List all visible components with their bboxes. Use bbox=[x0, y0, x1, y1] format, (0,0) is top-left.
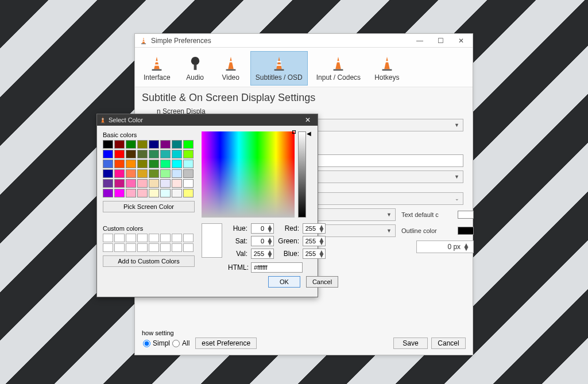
ok-button[interactable]: OK bbox=[268, 276, 300, 288]
basic-color-swatch[interactable] bbox=[160, 179, 171, 188]
basic-color-swatch[interactable] bbox=[183, 160, 194, 168]
pick-screen-color-button[interactable]: Pick Screen Color bbox=[103, 201, 195, 212]
basic-color-swatch[interactable] bbox=[103, 189, 113, 197]
basic-color-swatch[interactable] bbox=[126, 179, 136, 188]
close-button[interactable]: ✕ bbox=[451, 37, 471, 45]
basic-color-swatch[interactable] bbox=[172, 150, 182, 158]
basic-color-swatch[interactable] bbox=[114, 169, 125, 178]
basic-color-swatch[interactable] bbox=[103, 169, 113, 178]
basic-color-swatch[interactable] bbox=[183, 150, 194, 158]
custom-color-slot[interactable] bbox=[126, 234, 136, 242]
basic-color-swatch[interactable] bbox=[149, 189, 159, 197]
custom-color-slot[interactable] bbox=[183, 243, 194, 252]
basic-color-swatch[interactable] bbox=[137, 169, 148, 178]
hue-stepper[interactable]: ▲▼ bbox=[251, 223, 274, 234]
shadow-offset-stepper[interactable]: 0 px ▲▼ bbox=[416, 241, 474, 253]
custom-color-slot[interactable] bbox=[160, 234, 171, 242]
minimize-button[interactable]: — bbox=[409, 37, 430, 45]
basic-color-swatch[interactable] bbox=[172, 179, 182, 188]
blue-stepper[interactable]: ▲▼ bbox=[303, 249, 326, 259]
custom-color-slot[interactable] bbox=[183, 234, 194, 242]
reset-preferences-button[interactable]: eset Preference bbox=[195, 338, 257, 349]
basic-color-swatch[interactable] bbox=[103, 140, 113, 149]
basic-color-swatch[interactable] bbox=[160, 160, 171, 168]
basic-color-swatch[interactable] bbox=[149, 150, 159, 158]
basic-color-swatch[interactable] bbox=[114, 189, 125, 197]
sat-stepper[interactable]: ▲▼ bbox=[251, 236, 274, 246]
basic-color-swatch[interactable] bbox=[160, 169, 171, 178]
basic-color-swatch[interactable] bbox=[172, 189, 182, 197]
basic-color-swatch[interactable] bbox=[126, 160, 136, 168]
svg-marker-23 bbox=[102, 117, 105, 123]
basic-color-swatch[interactable] bbox=[137, 160, 148, 168]
value-slider-thumb[interactable]: ◀ bbox=[307, 130, 311, 137]
basic-color-swatch[interactable] bbox=[149, 140, 159, 149]
custom-color-slot[interactable] bbox=[149, 234, 159, 242]
basic-color-swatch[interactable] bbox=[126, 189, 136, 197]
basic-color-swatch[interactable] bbox=[160, 150, 171, 158]
custom-color-slot[interactable] bbox=[114, 243, 125, 252]
tab-hotkeys[interactable]: Hotkeys bbox=[369, 51, 404, 86]
tab-subtitles-osd[interactable]: Subtitles / OSD bbox=[250, 51, 308, 86]
outline-color-swatch[interactable] bbox=[458, 227, 474, 235]
basic-color-swatch[interactable] bbox=[103, 150, 113, 158]
basic-color-swatch[interactable] bbox=[137, 189, 148, 197]
basic-color-swatch[interactable] bbox=[172, 160, 182, 168]
custom-color-slot[interactable] bbox=[103, 234, 113, 242]
custom-color-slot[interactable] bbox=[149, 243, 159, 252]
basic-color-swatch[interactable] bbox=[103, 160, 113, 168]
basic-color-swatch[interactable] bbox=[149, 160, 159, 168]
maximize-button[interactable]: ☐ bbox=[430, 37, 451, 45]
basic-color-swatch[interactable] bbox=[114, 150, 125, 158]
green-stepper[interactable]: ▲▼ bbox=[303, 236, 326, 246]
basic-color-swatch[interactable] bbox=[183, 189, 194, 197]
custom-color-slot[interactable] bbox=[172, 234, 182, 242]
basic-color-swatch[interactable] bbox=[126, 150, 136, 158]
basic-color-swatch[interactable] bbox=[160, 140, 171, 149]
add-to-custom-colors-button[interactable]: Add to Custom Colors bbox=[103, 255, 195, 267]
basic-color-swatch[interactable] bbox=[114, 160, 125, 168]
tab-audio[interactable]: Audio bbox=[179, 51, 211, 86]
value-slider[interactable]: ◀ bbox=[298, 131, 306, 218]
color-close-button[interactable]: ✕ bbox=[300, 116, 315, 124]
radio-all[interactable] bbox=[172, 340, 180, 347]
basic-color-swatch[interactable] bbox=[137, 150, 148, 158]
custom-color-slot[interactable] bbox=[172, 243, 182, 252]
svg-rect-25 bbox=[100, 123, 105, 123]
custom-color-slot[interactable] bbox=[160, 243, 171, 252]
basic-color-swatch[interactable] bbox=[126, 140, 136, 149]
svg-rect-21 bbox=[385, 61, 389, 62]
custom-color-slot[interactable] bbox=[137, 243, 148, 252]
save-button[interactable]: Save bbox=[393, 338, 428, 349]
basic-color-swatch[interactable] bbox=[149, 169, 159, 178]
basic-color-swatch[interactable] bbox=[183, 169, 194, 178]
tab-interface[interactable]: Interface bbox=[138, 51, 176, 86]
tab-video[interactable]: Video bbox=[215, 51, 247, 86]
basic-color-swatch[interactable] bbox=[160, 189, 171, 197]
cancel-button[interactable]: Cancel bbox=[431, 338, 466, 349]
text-default-color-swatch[interactable] bbox=[458, 211, 474, 219]
val-stepper[interactable]: ▲▼ bbox=[251, 249, 274, 259]
basic-color-swatch[interactable] bbox=[103, 179, 113, 188]
basic-color-swatch[interactable] bbox=[172, 140, 182, 149]
basic-color-swatch[interactable] bbox=[126, 169, 136, 178]
custom-color-slot[interactable] bbox=[114, 234, 125, 242]
basic-color-swatch[interactable] bbox=[137, 140, 148, 149]
radio-simple[interactable] bbox=[143, 340, 150, 347]
basic-color-swatch[interactable] bbox=[183, 140, 194, 149]
html-color-field[interactable] bbox=[251, 262, 303, 273]
custom-color-slot[interactable] bbox=[137, 234, 148, 242]
custom-color-slot[interactable] bbox=[126, 243, 136, 252]
basic-color-swatch[interactable] bbox=[149, 179, 159, 188]
color-cancel-button[interactable]: Cancel bbox=[306, 276, 338, 288]
hue-sat-picker[interactable] bbox=[202, 131, 295, 218]
basic-color-swatch[interactable] bbox=[183, 179, 194, 188]
basic-color-swatch[interactable] bbox=[114, 179, 125, 188]
custom-color-slot[interactable] bbox=[103, 243, 113, 252]
basic-color-swatch[interactable] bbox=[137, 179, 148, 188]
red-stepper[interactable]: ▲▼ bbox=[303, 223, 326, 234]
svg-rect-9 bbox=[194, 64, 196, 70]
basic-color-swatch[interactable] bbox=[114, 140, 125, 149]
tab-input-codecs[interactable]: Input / Codecs bbox=[311, 51, 366, 86]
basic-color-swatch[interactable] bbox=[172, 169, 182, 178]
